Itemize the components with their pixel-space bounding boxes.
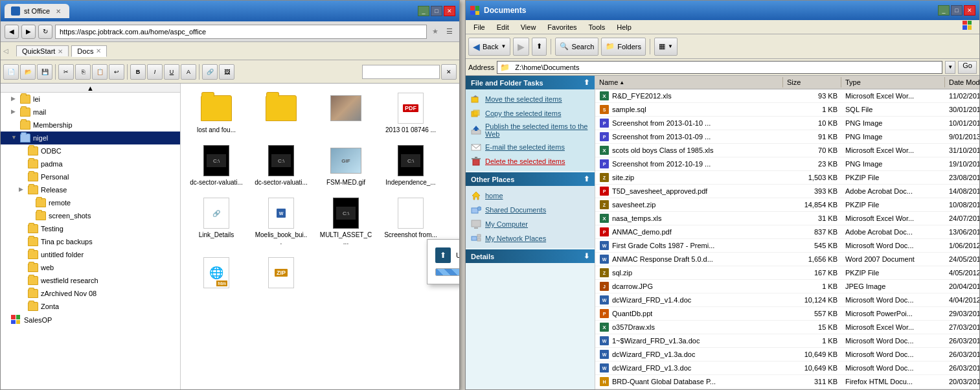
file-row[interactable]: W ANMAC Response Draft 5.0.d... 1,656 KB… — [595, 253, 979, 266]
sidebar-item-westfield[interactable]: westfield research — [1, 274, 180, 287]
search-button-explorer[interactable]: 🔍 Search — [555, 38, 598, 56]
file-item-independence[interactable]: C:\ Independence_... — [382, 143, 440, 189]
file-item-cmd2[interactable]: C:\ dc-sector-valuati... — [252, 143, 310, 189]
file-row[interactable]: X o357Draw.xls 15 KB Microsoft Excel Wor… — [595, 321, 979, 334]
details-header[interactable]: Details ⬇ — [466, 249, 595, 263]
file-row[interactable]: Z savesheet.zip 14,854 KB PKZIP File 10/… — [595, 198, 979, 212]
reload-button[interactable]: ↻ — [38, 25, 52, 39]
my-computer-link[interactable]: My Computer — [468, 217, 592, 231]
file-folder-tasks-header[interactable]: File and Folder Tasks ⬆ — [466, 76, 595, 89]
sidebar-item-mail[interactable]: ▶ mail — [1, 106, 180, 119]
sidebar-item-screen-shots[interactable]: screen_shots — [1, 209, 180, 222]
view-button-explorer[interactable]: ▦ ▼ — [654, 38, 678, 56]
file-row[interactable]: J dcarrow.JPG 1 KB JPEG Image 20/04/2012… — [595, 280, 979, 293]
publish-items-link[interactable]: Publish the selected items to the Web — [468, 120, 592, 140]
file-item-multi[interactable]: C:\ MULTI_ASSET_C... — [317, 195, 375, 248]
file-item-moelis[interactable]: W Moelis_book_bui... — [252, 195, 310, 248]
toolbar-btn7[interactable]: ↩ — [109, 64, 124, 80]
file-item-gif[interactable]: GIF FSM-MED.gif — [317, 143, 375, 189]
col-header-name[interactable]: Name ▲ — [595, 77, 783, 87]
sidebar-item-nigel[interactable]: ▼ nigel — [1, 132, 180, 144]
file-item-photo[interactable] — [317, 90, 375, 136]
sidebar-item-padma[interactable]: padma — [1, 157, 180, 170]
shared-documents-link[interactable]: Shared Documents — [468, 203, 592, 217]
forward-button[interactable]: ▶ — [21, 25, 36, 39]
toolbar-save-btn[interactable]: 💾 — [37, 64, 52, 80]
file-row[interactable]: P ANMAC_demo.pdf 837 KB Adobe Acrobat Do… — [595, 225, 979, 239]
sidebar-item-remote[interactable]: remote — [1, 196, 180, 209]
menu-view[interactable]: View — [517, 22, 540, 32]
file-row[interactable]: P Screenshot from 2013-01-10 ... 10 KB P… — [595, 117, 979, 130]
menu-tools[interactable]: Tools — [585, 22, 610, 32]
sidebar-item-membership[interactable]: Membership — [1, 119, 180, 132]
file-row[interactable]: P Screenshot from 2013-01-09 ... 91 KB P… — [595, 130, 979, 144]
browser-search-input[interactable] — [362, 65, 440, 79]
explorer-close-btn[interactable]: ✕ — [964, 5, 975, 16]
home-link[interactable]: home — [468, 189, 592, 203]
toolbar-btn6[interactable]: 📋 — [92, 64, 108, 80]
file-row[interactable]: W dcWizard_FRD_v1.4.doc 10,124 KB Micros… — [595, 293, 979, 307]
file-row[interactable]: P QuantDb.ppt 557 KB Microsoft PowerPoi.… — [595, 307, 979, 321]
file-row[interactable]: W First Grade Colts 1987 - Premi... 545 … — [595, 239, 979, 253]
col-header-type[interactable]: Type — [841, 77, 945, 87]
network-places-link[interactable]: My Network Places — [468, 231, 592, 246]
scrollbar-up[interactable]: ▲ — [1, 84, 180, 93]
file-item-folder2[interactable] — [252, 90, 310, 136]
tab-quickstart[interactable]: QuickStart ✕ — [16, 45, 69, 56]
file-row[interactable]: W dcWizard_FRD_v1.3a.doc 10,649 KB Micro… — [595, 348, 979, 361]
address-bar-input[interactable] — [55, 25, 427, 39]
go-button[interactable]: Go — [958, 61, 977, 74]
menu-icon[interactable]: ☰ — [444, 26, 455, 38]
sidebar-item-salesop[interactable]: SalesOP — [1, 313, 180, 327]
file-item-html[interactable]: 🌐 htm — [187, 255, 245, 293]
explorer-minimize-btn[interactable]: _ — [938, 5, 950, 16]
file-item-link[interactable]: 🔗 Link_Details — [187, 195, 245, 248]
file-item-lost-found[interactable]: lost and fou... — [187, 90, 245, 136]
view-dropdown-icon[interactable]: ▼ — [668, 43, 673, 49]
other-places-header[interactable]: Other Places ⬆ — [466, 172, 595, 186]
bookmark-icon[interactable]: ★ — [429, 26, 441, 38]
toolbar-btn12[interactable]: 🔗 — [202, 64, 218, 80]
toolbar-open-btn[interactable]: 📂 — [20, 64, 36, 80]
delete-items-link[interactable]: Delete the selected items — [468, 154, 592, 168]
menu-edit[interactable]: Edit — [493, 22, 513, 32]
file-row[interactable]: P T5D_savesheet_approved.pdf 393 KB Adob… — [595, 185, 979, 198]
move-items-link[interactable]: Move the selected items — [468, 92, 592, 106]
toolbar-btn11[interactable]: A — [181, 64, 196, 80]
address-dropdown[interactable]: ▼ — [945, 61, 955, 74]
back-button[interactable]: ◀ — [5, 25, 19, 39]
file-item-pdf[interactable]: PDF 2013 01 08746 ... — [382, 90, 440, 136]
file-row[interactable]: H BRD-Quant Global Database P... 311 KB … — [595, 375, 979, 389]
tab-docs[interactable]: Docs ✕ — [71, 45, 107, 57]
file-row[interactable]: X nasa_temps.xls 31 KB Microsoft Excel W… — [595, 212, 979, 225]
forward-button-explorer[interactable]: ▶ — [513, 38, 529, 56]
explorer-maximize-btn[interactable]: □ — [951, 5, 963, 16]
browser-tab-active[interactable]: st Office ✕ — [5, 4, 69, 18]
close-button[interactable]: ✕ — [444, 6, 455, 16]
file-item-cmd1[interactable]: C:\ dc-sector-valuati... — [187, 143, 245, 189]
address-dropdown-btn[interactable]: ▼ — [945, 61, 955, 74]
file-row[interactable]: S sample.sql 1 KB SQL File 30/01/2013 3:… — [595, 103, 979, 117]
menu-favorites[interactable]: Favorites — [543, 22, 580, 32]
sidebar-item-odbc[interactable]: ODBC — [1, 144, 180, 157]
sidebar-item-web[interactable]: web — [1, 261, 180, 274]
file-row[interactable]: W dcWizard_FRD_v1.3.doc 10,649 KB Micros… — [595, 361, 979, 375]
file-row[interactable]: X R&D_FYE2012.xls 93 KB Microsoft Excel … — [595, 89, 979, 103]
sidebar-item-release[interactable]: ▶ Release — [1, 183, 180, 196]
file-row[interactable]: Z sql.zip 167 KB PKZIP File 4/05/2012 4:… — [595, 266, 979, 280]
toolbar-btn4[interactable]: ✂ — [58, 64, 74, 80]
toolbar-btn8[interactable]: B — [130, 64, 146, 80]
toolbar-btn13[interactable]: 🖼 — [219, 64, 234, 80]
toolbar-btn10[interactable]: U — [164, 64, 179, 80]
folders-button-explorer[interactable]: 📁 Folders — [601, 38, 646, 56]
tab-nav-left[interactable]: ◁ — [3, 47, 14, 54]
sidebar-item-lei[interactable]: ▶ lei — [1, 93, 180, 106]
file-row[interactable]: P BRD-Quant Global Database P... 243 KB … — [595, 389, 979, 389]
copy-items-link[interactable]: Copy the selected items — [468, 106, 592, 120]
file-row[interactable]: P Screenshot from 2012-10-19 ... 23 KB P… — [595, 157, 979, 171]
toolbar-btn9[interactable]: I — [147, 64, 163, 80]
back-dropdown-icon[interactable]: ▼ — [501, 43, 506, 49]
maximize-button[interactable]: □ — [431, 6, 442, 16]
minimize-button[interactable]: _ — [418, 6, 429, 16]
toolbar-new-btn[interactable]: 📄 — [3, 64, 19, 80]
